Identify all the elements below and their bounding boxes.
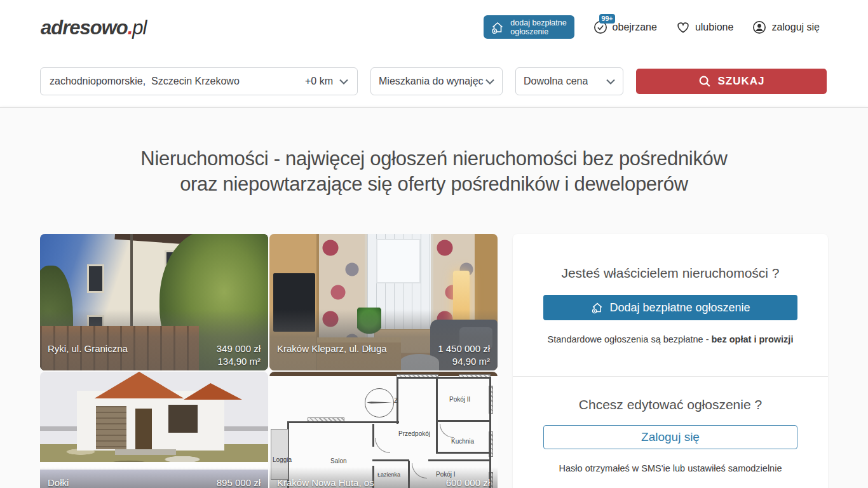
header-actions: dodaj bezpłatneogłoszenie 99+ obejrzane … [484, 15, 820, 39]
favorites-label: ulubione [695, 22, 734, 33]
room-label: Pokój II [449, 396, 470, 403]
viewed-count-badge: 99+ [599, 14, 616, 24]
listing-card-nowa-huta[interactable]: Z Pokój II Przedpokój Kuchnia Salon Logg… [269, 372, 498, 488]
radius-dropdown[interactable]: +0 km [305, 76, 348, 87]
favorites-link[interactable]: ulubione [676, 20, 734, 34]
listing-card-krakow-kleparz[interactable]: Kraków Kleparz, ul. Długa 1 450 000 zł 9… [269, 234, 498, 370]
listing-price: 349 000 zł [217, 343, 261, 354]
location-value: zachodniopomorskie, Szczecin Krzekowo [50, 76, 305, 87]
login-link[interactable]: zaloguj się [752, 20, 820, 34]
add-listing-line2: ogłoszenie [510, 27, 548, 36]
login-button[interactable]: Zaloguj się [543, 425, 797, 449]
check-circle-icon: 99+ [593, 20, 607, 34]
viewed-link[interactable]: 99+ obejrzane [593, 20, 657, 34]
login-label: zaloguj się [771, 22, 820, 33]
listing-area: 134,90 m² [217, 356, 261, 367]
page-title-line2: oraz niepowtarzające się oferty pośredni… [180, 173, 688, 195]
compass-label: Z [394, 397, 398, 404]
search-button[interactable]: SZUKAJ [636, 69, 827, 94]
listing-price: 600 000 zł [446, 477, 490, 488]
listing-area: 94,90 m² [452, 356, 490, 367]
house-plus-icon [490, 20, 505, 35]
add-free-listing-label: Dodaj bezpłatne ogłoszenie [609, 301, 750, 315]
room-label: Kuchnia [451, 438, 474, 445]
owner-panel: Jesteś właścicielem nieruchomości ? Doda… [513, 234, 828, 488]
listing-price: 1 450 000 zł [438, 343, 490, 354]
price-value: Dowolna cena [524, 76, 588, 87]
listing-location: Kraków Kleparz, ul. Długa [277, 343, 387, 354]
room-label: Przedpokój [398, 430, 430, 437]
user-icon [752, 20, 766, 34]
page-title-line1: Nieruchomości - najwięcej ogłoszeń nieru… [140, 147, 727, 170]
add-listing-line1: dodaj bezpłatne [510, 18, 566, 27]
house-plus-icon [590, 301, 604, 315]
heart-icon [676, 20, 690, 34]
site-logo[interactable]: adresowo.pl [41, 17, 146, 39]
edit-panel-title: Chcesz edytować ogłoszenie ? [513, 377, 828, 412]
search-button-label: SZUKAJ [717, 75, 764, 88]
location-input[interactable]: zachodniopomorskie, Szczecin Krzekowo +0… [40, 67, 358, 95]
search-icon [698, 74, 712, 88]
viewed-label: obejrzane [613, 22, 657, 33]
room-label: Salon [330, 458, 347, 464]
listing-location: Kraków Nowa Huta, os [277, 477, 374, 488]
add-listing-button[interactable]: dodaj bezpłatneogłoszenie [484, 15, 574, 39]
radius-value: +0 km [305, 76, 333, 87]
chevron-down-icon [485, 79, 494, 85]
page-title: Nieruchomości - najwięcej ogłoszeń nieru… [0, 146, 868, 197]
free-listing-note: Standardowe ogłoszenia są bezpłatne - be… [513, 334, 828, 344]
chevron-down-icon [339, 79, 348, 85]
photo-roof [88, 372, 190, 398]
listing-price: 895 000 zł [217, 477, 261, 488]
add-free-listing-button[interactable]: Dodaj bezpłatne ogłoszenie [543, 295, 797, 320]
owner-panel-title: Jesteś właścicielem nieruchomości ? [513, 234, 828, 281]
listing-location: Dołki [48, 477, 69, 488]
search-bar: zachodniopomorskie, Szczecin Krzekowo +0… [40, 67, 827, 95]
room-label: Loggia [273, 456, 292, 463]
category-value: Mieszkania do wynajęc [379, 76, 484, 87]
listing-card-ryki[interactable]: Ryki, ul. Graniczna 349 000 zł 134,90 m² [40, 234, 268, 370]
logo-tld: pl [132, 17, 146, 39]
chevron-down-icon [606, 79, 615, 85]
logo-brand: adresowo [41, 17, 128, 39]
listing-card-dolki[interactable]: Dołki 895 000 zł [40, 372, 268, 488]
listing-location: Ryki, ul. Graniczna [48, 343, 128, 354]
category-select[interactable]: Mieszkania do wynajęc [370, 67, 503, 95]
page: adresowo.pl dodaj bezpłatneogłoszenie 99… [0, 0, 868, 488]
price-select[interactable]: Dowolna cena [515, 67, 623, 95]
password-note: Hasło otrzymałeś w SMS'ie lub ustawiłeś … [513, 463, 828, 473]
